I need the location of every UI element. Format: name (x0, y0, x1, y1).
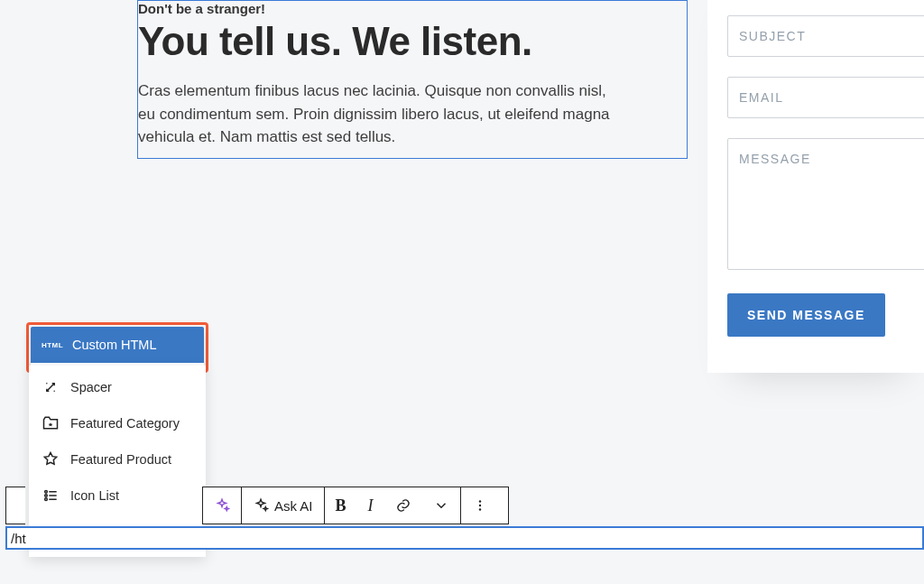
slash-command-input[interactable] (7, 528, 922, 548)
picker-item-label: Custom HTML (72, 338, 156, 352)
picker-item-custom-html[interactable]: HTML Custom HTML (31, 327, 204, 363)
html-icon: HTML (43, 336, 61, 354)
italic-button[interactable]: I (357, 487, 384, 524)
picker-item-label: Featured Product (70, 452, 171, 467)
featured-category-icon (42, 414, 60, 432)
subheading-text: Don't be a stranger! (138, 1, 687, 16)
picker-item-featured-product[interactable]: Featured Product (29, 441, 206, 477)
svg-point-4 (478, 500, 480, 502)
svg-point-2 (45, 498, 48, 501)
featured-product-icon (42, 450, 60, 468)
spacer-icon (42, 378, 60, 396)
svg-point-5 (478, 505, 480, 506)
more-formats-button[interactable] (422, 487, 460, 524)
icon-list-icon (42, 487, 60, 505)
message-field[interactable] (727, 138, 924, 270)
bold-button[interactable]: B (325, 487, 357, 524)
picker-item-label: Icon List (70, 488, 119, 503)
svg-point-1 (45, 495, 48, 497)
email-field[interactable] (727, 77, 924, 118)
slash-command-region[interactable] (5, 526, 924, 550)
link-button[interactable] (384, 487, 422, 524)
svg-point-6 (478, 508, 480, 510)
ask-ai-label: Ask AI (274, 498, 313, 514)
picker-item-spacer[interactable]: Spacer (29, 369, 206, 405)
picker-item-featured-category[interactable]: Featured Category (29, 405, 206, 441)
format-toolbar: Ask AI B I (202, 487, 509, 524)
picker-item-label: Spacer (70, 380, 112, 394)
toolbar-left-stub (5, 487, 25, 524)
picker-item-label: Featured Category (70, 416, 180, 431)
ask-ai-button[interactable]: Ask AI (242, 487, 324, 524)
body-text: Cras elementum finibus lacus nec lacinia… (138, 79, 625, 149)
text-block-selected[interactable]: Don't be a stranger! You tell us. We lis… (137, 0, 688, 159)
editor-canvas: Don't be a stranger! You tell us. We lis… (0, 0, 924, 584)
headline-text: You tell us. We listen. (138, 20, 687, 63)
svg-point-0 (45, 491, 48, 494)
picker-item-icon-list[interactable]: Icon List (29, 477, 206, 514)
contact-form-panel: SEND MESSAGE (707, 0, 924, 373)
subject-field[interactable] (727, 15, 924, 57)
send-message-button[interactable]: SEND MESSAGE (727, 293, 885, 337)
overflow-menu-button[interactable] (461, 487, 499, 524)
ai-sparkle-button[interactable] (203, 487, 241, 524)
